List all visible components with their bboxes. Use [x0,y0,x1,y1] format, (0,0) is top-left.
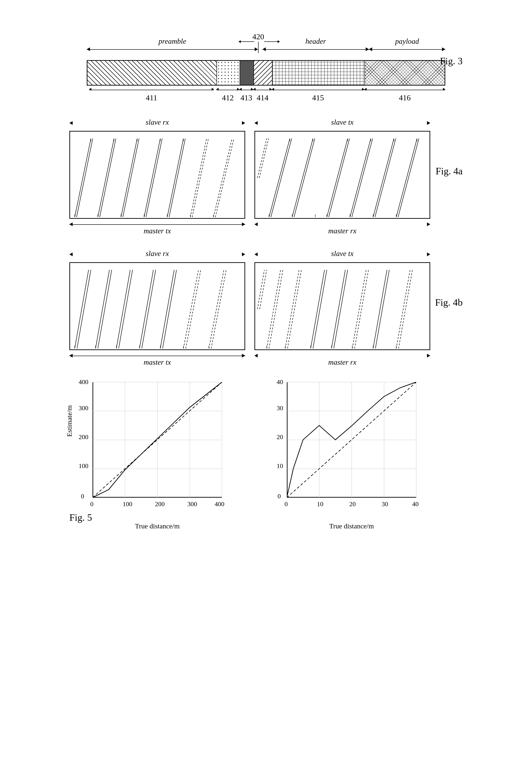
figure-3: preamble 420 [69,32,463,101]
svg-line-10 [190,139,206,217]
svg-line-33 [329,139,349,217]
fig4b-right-box [254,262,430,350]
num-414: 414 [257,93,268,102]
svg-line-27 [259,139,268,178]
seg-411 [88,61,217,85]
svg-line-39 [398,139,419,217]
svg-line-78 [285,270,299,349]
svg-line-65 [209,270,224,349]
master-tx-label-4b: master tx [144,358,171,366]
svg-line-98 [287,382,416,498]
slave-rx-label-4a: slave rx [146,118,169,126]
seg-413 [240,61,254,85]
packet-diagram [87,60,445,86]
fig3-label: Fig. 3 [440,55,463,67]
svg-line-29 [271,139,292,217]
svg-line-3 [100,139,116,217]
seg-414 [254,61,272,85]
svg-line-64 [186,270,201,349]
svg-line-56 [98,270,112,349]
svg-line-85 [355,270,369,349]
chart-svg-left [92,382,222,498]
master-rx-label-4a: master rx [328,226,356,235]
svg-line-55 [95,270,109,349]
svg-line-59 [139,270,153,349]
preamble-label: preamble [159,37,186,46]
svg-line-88 [396,270,410,349]
seg-415 [272,61,365,85]
svg-line-38 [396,139,417,217]
svg-line-54 [77,270,91,349]
fig4a-left-box [69,131,245,219]
svg-line-82 [332,270,345,349]
seg-412 [217,61,240,85]
svg-line-81 [313,270,327,349]
num-416: 416 [399,93,411,102]
header-label: header [305,37,326,46]
svg-line-77 [269,270,283,349]
num-415: 415 [312,93,324,102]
slave-tx-label-4a: slave tx [331,118,354,126]
svg-line-79 [288,270,301,349]
svg-line-76 [267,270,281,349]
x-axis-label-left: True distance/m [92,522,222,530]
svg-line-11 [192,139,208,217]
svg-line-6 [144,139,160,217]
slave-tx-label-4b: slave tx [331,249,354,258]
payload-label: payload [395,37,419,46]
num-412: 412 [222,93,234,102]
svg-line-26 [258,139,267,178]
chart-area-left: 0 100 200 300 400 0 100 200 300 400 [92,382,222,498]
master-tx-label-4a: master tx [144,226,171,235]
svg-line-7 [146,139,162,217]
svg-line-0 [75,139,91,217]
svg-line-32 [327,139,348,217]
svg-line-12 [214,139,232,217]
fig5-label: Fig. 5 [69,512,92,523]
chart-area-right: 0 10 20 30 40 0 10 20 30 40 [287,382,416,498]
svg-line-60 [142,270,156,349]
svg-line-61 [160,270,174,349]
slave-rx-label-4b: slave rx [146,249,169,258]
master-rx-label-4b: master rx [328,358,356,366]
x-axis-label-right: True distance/m [287,522,416,530]
fig4b-label: Fig. 4b [435,297,463,308]
svg-line-28 [269,139,290,217]
fig4a-right-box [254,131,430,219]
svg-line-31 [294,139,315,217]
svg-line-37 [375,139,396,217]
svg-line-1 [77,139,93,217]
svg-line-97 [92,382,222,498]
svg-line-58 [119,270,132,349]
svg-line-83 [334,270,348,349]
svg-line-89 [399,270,412,349]
fig4b-right-panel: slave tx [254,251,430,363]
num-413: 413 [240,93,252,102]
svg-line-63 [183,270,198,349]
svg-line-13 [215,139,234,217]
svg-line-5 [123,139,139,217]
svg-line-8 [167,139,183,217]
svg-line-84 [352,270,366,349]
figure-4b: slave rx [69,251,463,363]
svg-line-34 [350,139,371,217]
svg-line-2 [98,139,114,217]
svg-line-87 [375,270,389,349]
fig4a-label: Fig. 4a [436,166,463,177]
chart-left: Estimate/m [69,382,231,532]
y-axis-label-left: Estimate/m [65,405,73,437]
svg-line-62 [162,270,176,349]
svg-line-30 [292,139,313,217]
svg-line-66 [211,270,226,349]
chart-svg-right [287,382,416,498]
svg-line-9 [169,139,185,217]
svg-line-4 [121,139,137,217]
figure-5: Estimate/m [69,382,463,532]
svg-line-36 [373,139,394,217]
svg-line-86 [373,270,387,349]
svg-line-53 [75,270,89,349]
fig4a-left-panel: slave rx [69,119,245,232]
svg-line-80 [311,270,325,349]
chart-right: 0 10 20 30 40 0 10 20 30 40 [273,382,435,532]
figure-4a: slave rx [69,119,463,232]
